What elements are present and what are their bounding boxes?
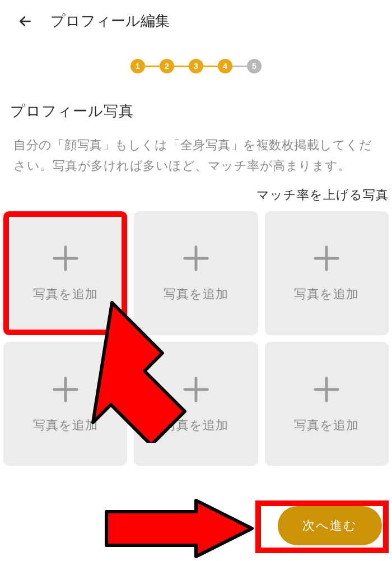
help-link[interactable]: マッチ率を上げる写真 [0,187,392,208]
photo-tile-3[interactable]: 写真を追加 [265,211,389,335]
photo-tile-label: 写真を追加 [33,417,98,434]
step-4: 4 [218,59,232,73]
photo-tile-label: 写真を追加 [33,286,98,303]
step-5: 5 [247,59,262,73]
photo-tile-label: 写真を追加 [164,286,228,303]
photo-tile-2[interactable]: 写真を追加 [134,211,258,335]
section-description: 自分の「顔写真」もしくは「全身写真」を複数枚掲載してください。写真が多ければ多い… [0,128,392,187]
back-button[interactable] [17,13,34,30]
plus-icon [181,374,211,407]
next-button[interactable]: 次へ進む [278,506,382,545]
step-2: 2 [160,59,174,73]
photo-tile-label: 写真を追加 [164,417,228,434]
photo-tile-label: 写真を追加 [294,417,359,434]
photo-tile-1[interactable]: 写真を追加 [3,211,127,335]
section-title: プロフィール写真 [0,85,392,128]
photo-tile-6[interactable]: 写真を追加 [265,342,389,466]
plus-icon [311,243,342,276]
plus-icon [50,374,81,407]
photo-grid: 写真を追加 写真を追加 写真を追加 写真を追加 写真を追加 写真を追加 [0,208,392,470]
svg-marker-14 [106,500,252,557]
step-1: 1 [130,59,145,73]
step-line [232,66,247,67]
photo-tile-5[interactable]: 写真を追加 [134,342,258,466]
step-3: 3 [189,59,203,73]
step-line [145,66,160,67]
plus-icon [311,374,342,407]
step-line [174,66,189,67]
photo-tile-label: 写真を追加 [294,286,359,303]
back-arrow-icon [18,14,32,29]
plus-icon [50,243,81,276]
progress-stepper: 1 2 3 4 5 [0,42,392,85]
step-line [203,66,218,67]
page-title: プロフィール編集 [50,11,170,31]
plus-icon [181,243,211,276]
annotation-arrow-2 [101,498,258,561]
photo-tile-4[interactable]: 写真を追加 [3,342,127,466]
